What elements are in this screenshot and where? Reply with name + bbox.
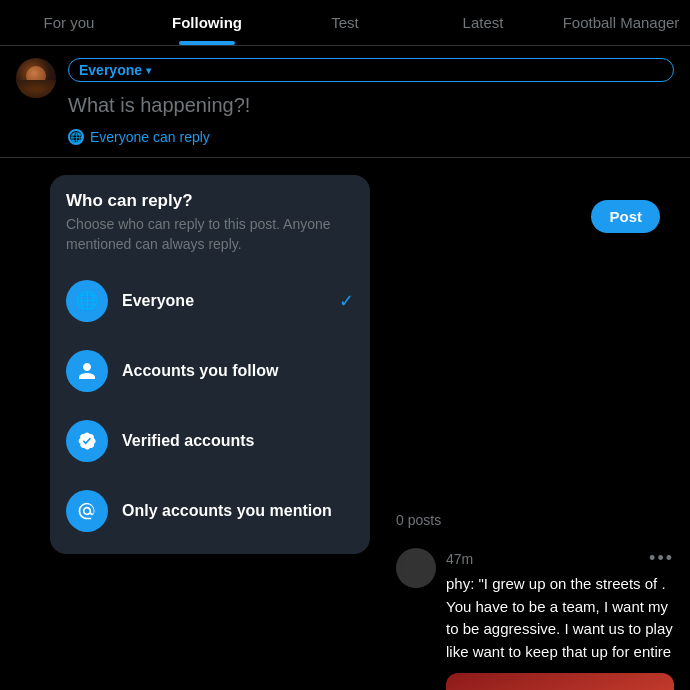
tab-following[interactable]: Following	[138, 0, 276, 45]
reply-info: 🌐 Everyone can reply	[68, 129, 674, 145]
dropdown-item-follow-label: Accounts you follow	[122, 362, 278, 380]
who-can-reply-dropdown: Who can reply? Choose who can reply to t…	[50, 175, 370, 554]
tweet-text: phy: "I grew up on the streets of . You …	[446, 573, 674, 663]
person-image	[460, 683, 660, 690]
compose-area: Everyone ▾ What is happening?! 🌐 Everyon…	[0, 46, 690, 158]
tab-test[interactable]: Test	[276, 0, 414, 45]
tweet-time: 47m	[446, 551, 473, 567]
globe-icon: 🌐	[68, 129, 84, 145]
dropdown-item-everyone[interactable]: 🌐 Everyone ✓	[50, 266, 370, 336]
audience-badge[interactable]: Everyone ▾	[68, 58, 674, 82]
mention-icon	[66, 490, 108, 532]
tweet-avatar	[396, 548, 436, 588]
dropdown-item-everyone-label: Everyone	[122, 292, 194, 310]
dropdown-item-verified-label: Verified accounts	[122, 432, 255, 450]
tab-football-manager[interactable]: Football Manager	[552, 0, 690, 45]
posts-count-number: 0 posts	[396, 512, 441, 528]
post-button[interactable]: Post	[591, 200, 660, 233]
check-icon: ✓	[339, 290, 354, 312]
tweet-meta: 47m •••	[446, 548, 674, 569]
tweet-image	[446, 673, 674, 690]
compose-input[interactable]: What is happening?!	[68, 90, 674, 121]
dropdown-subtitle: Choose who can reply to this post. Anyon…	[66, 215, 354, 254]
globe-icon: 🌐	[66, 280, 108, 322]
follow-icon	[66, 350, 108, 392]
tweet-item: 47m ••• phy: "I grew up on the streets o…	[396, 536, 674, 690]
audience-label: Everyone	[79, 62, 142, 78]
dropdown-item-accounts-follow[interactable]: Accounts you follow	[50, 336, 370, 406]
feed-area: 0 posts 47m ••• phy: "I grew up on the s…	[380, 500, 690, 690]
compose-right: Everyone ▾ What is happening?! 🌐 Everyon…	[68, 58, 674, 145]
dropdown-item-verified[interactable]: Verified accounts	[50, 406, 370, 476]
posts-count: 0 posts	[396, 512, 674, 528]
dropdown-header: Who can reply? Choose who can reply to t…	[50, 191, 370, 266]
verified-icon	[66, 420, 108, 462]
chevron-down-icon: ▾	[146, 65, 151, 76]
dropdown-item-mention-label: Only accounts you mention	[122, 502, 332, 520]
tab-for-you[interactable]: For you	[0, 0, 138, 45]
tweet-more-button[interactable]: •••	[649, 548, 674, 569]
tweet-content: 47m ••• phy: "I grew up on the streets o…	[446, 548, 674, 690]
dropdown-item-mention[interactable]: Only accounts you mention	[50, 476, 370, 546]
nav-tabs: For you Following Test Latest Football M…	[0, 0, 690, 46]
avatar	[16, 58, 56, 98]
tab-latest[interactable]: Latest	[414, 0, 552, 45]
dropdown-title: Who can reply?	[66, 191, 354, 211]
reply-label: Everyone can reply	[90, 129, 210, 145]
